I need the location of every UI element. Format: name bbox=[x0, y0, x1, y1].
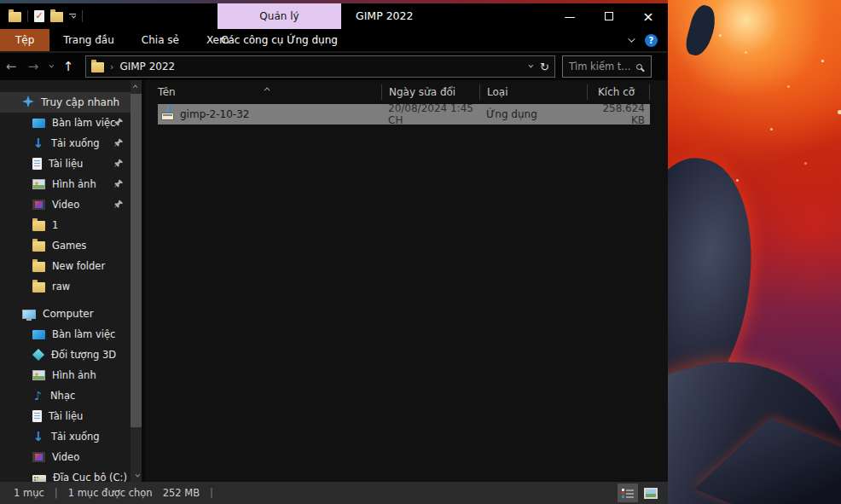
pictures-icon bbox=[32, 179, 45, 189]
sidebar-item-label: raw bbox=[52, 281, 70, 293]
minimize-ribbon-chevron-icon[interactable] bbox=[628, 35, 635, 42]
column-header-size[interactable]: Kích cỡ bbox=[587, 84, 650, 100]
search-input[interactable] bbox=[569, 61, 636, 72]
breadcrumb-separator-icon: › bbox=[110, 61, 113, 72]
document-icon bbox=[32, 158, 42, 170]
scroll-down-icon[interactable] bbox=[130, 470, 142, 482]
file-date-cell: 20/08/2024 1:45 CH bbox=[381, 102, 479, 126]
item-count: 1 mục bbox=[14, 487, 44, 499]
quick-access-star-icon bbox=[22, 96, 34, 110]
back-button[interactable]: ← bbox=[0, 59, 22, 74]
scroll-up-icon[interactable] bbox=[130, 80, 142, 92]
refresh-icon[interactable]: ↻ bbox=[540, 61, 549, 73]
status-divider: | bbox=[210, 487, 213, 499]
help-icon[interactable]: ? bbox=[645, 34, 658, 47]
sidebar-item-label: Computer bbox=[43, 308, 94, 320]
title-bar: ✓ Quản lý GIMP 2022 — × bbox=[0, 3, 668, 29]
sidebar-item-desktop-2[interactable]: Bàn làm việc bbox=[0, 324, 130, 345]
toolbar-separator bbox=[27, 10, 28, 22]
sidebar-item-downloads-2[interactable]: ↓ Tải xuống bbox=[0, 426, 130, 447]
contextual-group-manage[interactable]: Quản lý bbox=[218, 3, 341, 29]
pin-icon bbox=[114, 118, 124, 130]
main-area: Truy cập nhanh Bàn làm việc ↓ Tải xuống … bbox=[0, 80, 668, 482]
navigation-bar: ← → ↑ › GIMP 2022 ↻ bbox=[0, 53, 668, 80]
sidebar-item-label: Bàn làm việc bbox=[52, 328, 115, 340]
sidebar-item-pictures-2[interactable]: Hình ảnh bbox=[0, 365, 130, 385]
minimize-button[interactable]: — bbox=[550, 3, 589, 29]
column-header-date-modified[interactable]: Ngày sửa đổi bbox=[381, 84, 479, 100]
sidebar-item-label: Video bbox=[52, 199, 79, 211]
sidebar-item-quick-access[interactable]: Truy cập nhanh bbox=[0, 92, 130, 113]
sidebar-item-videos[interactable]: Video bbox=[0, 194, 130, 215]
tab-file[interactable]: Tệp bbox=[0, 29, 49, 51]
thumbnails-view-icon bbox=[644, 488, 658, 499]
sidebar-item-3d-objects[interactable]: Đối tượng 3D bbox=[0, 345, 130, 365]
ribbon-right-controls: ? bbox=[628, 29, 658, 51]
desktop-icon bbox=[32, 330, 45, 339]
sidebar-item-folder-games[interactable]: Games bbox=[0, 235, 130, 256]
maximize-icon bbox=[605, 12, 613, 20]
music-note-icon: ♪ bbox=[32, 390, 44, 402]
tab-share[interactable]: Chia sẻ bbox=[128, 29, 193, 51]
sidebar-item-downloads[interactable]: ↓ Tải xuống bbox=[0, 133, 130, 154]
pin-icon bbox=[114, 138, 124, 150]
sidebar-item-label: Tài liệu bbox=[49, 410, 83, 422]
up-button[interactable]: ↑ bbox=[56, 59, 80, 74]
sidebar-item-computer[interactable]: Computer bbox=[0, 304, 130, 324]
sidebar-item-label: Hình ảnh bbox=[52, 178, 96, 190]
customize-toolbar-dropdown-icon[interactable] bbox=[69, 14, 76, 20]
thumbnails-view-button[interactable] bbox=[641, 484, 661, 502]
sidebar-item-local-disk-c[interactable]: Đĩa Cục bộ (C:) bbox=[0, 467, 130, 482]
recent-locations-chevron-icon[interactable] bbox=[44, 65, 56, 68]
file-list-pane: Tên Ngày sửa đổi Loại Kích cỡ ↓ gimp-2-1… bbox=[145, 80, 668, 482]
properties-check-icon[interactable]: ✓ bbox=[34, 10, 44, 22]
sidebar-scrollbar[interactable] bbox=[130, 80, 142, 482]
drive-icon bbox=[32, 475, 46, 483]
sidebar-item-music[interactable]: ♪ Nhạc bbox=[0, 385, 130, 406]
sidebar-item-label: New folder bbox=[52, 260, 105, 272]
computer-icon bbox=[22, 310, 36, 319]
sidebar-item-label: Bàn làm việc bbox=[52, 117, 115, 129]
new-folder-icon[interactable] bbox=[50, 12, 63, 22]
address-dropdown-chevron-icon[interactable] bbox=[529, 63, 534, 68]
sidebar-item-label: Truy cập nhanh bbox=[41, 96, 119, 108]
folder-icon bbox=[32, 262, 45, 272]
breadcrumb-path[interactable]: GIMP 2022 bbox=[119, 61, 175, 72]
quick-access-toolbar: ✓ bbox=[9, 3, 83, 29]
sidebar-item-documents-2[interactable]: Tài liệu bbox=[0, 406, 130, 426]
pin-icon bbox=[114, 200, 124, 211]
sidebar-item-pictures[interactable]: Hình ảnh bbox=[0, 174, 130, 194]
close-button[interactable]: × bbox=[629, 3, 668, 29]
sidebar-item-label: Tài liệu bbox=[49, 158, 83, 170]
tab-application-tools[interactable]: Các công cụ Ứng dụng bbox=[218, 29, 341, 51]
forward-button[interactable]: → bbox=[22, 59, 44, 74]
status-bar: 1 mục | 1 mục được chọn 252 MB | bbox=[0, 482, 668, 504]
address-bar-controls: ↻ bbox=[528, 61, 549, 73]
status-divider: | bbox=[55, 487, 58, 499]
sidebar-item-folder-raw[interactable]: raw bbox=[0, 276, 130, 297]
file-row-selected[interactable]: ↓ gimp-2-10-32 20/08/2024 1:45 CH Ứng dụ… bbox=[158, 104, 650, 125]
sidebar-item-documents[interactable]: Tài liệu bbox=[0, 154, 130, 174]
folder-icon[interactable] bbox=[9, 12, 21, 22]
window-title: GIMP 2022 bbox=[356, 3, 413, 29]
sidebar-item-desktop[interactable]: Bàn làm việc bbox=[0, 113, 130, 133]
search-icon bbox=[636, 64, 642, 70]
sidebar-item-label: Đối tượng 3D bbox=[51, 349, 116, 361]
sidebar-item-folder-1[interactable]: 1 bbox=[0, 215, 130, 235]
details-view-button[interactable] bbox=[618, 484, 638, 502]
column-header-type[interactable]: Loại bbox=[479, 84, 587, 100]
tab-home[interactable]: Trang đầu bbox=[49, 29, 127, 51]
download-icon: ↓ bbox=[32, 432, 44, 443]
search-box[interactable] bbox=[562, 55, 652, 78]
file-name: gimp-2-10-32 bbox=[180, 108, 249, 120]
maximize-button[interactable] bbox=[589, 3, 629, 29]
pictures-icon bbox=[32, 370, 45, 380]
sidebar-item-folder-new-folder[interactable]: New folder bbox=[0, 256, 130, 276]
sidebar-item-videos-2[interactable]: Video bbox=[0, 447, 130, 467]
folder-icon bbox=[32, 221, 45, 231]
scrollbar-thumb[interactable] bbox=[130, 94, 142, 427]
selection-count: 1 mục được chọn bbox=[68, 487, 153, 499]
sidebar-item-label: 1 bbox=[52, 219, 58, 231]
address-bar[interactable]: › GIMP 2022 ↻ bbox=[85, 55, 555, 78]
sidebar-item-label: Tải xuống bbox=[51, 137, 100, 149]
